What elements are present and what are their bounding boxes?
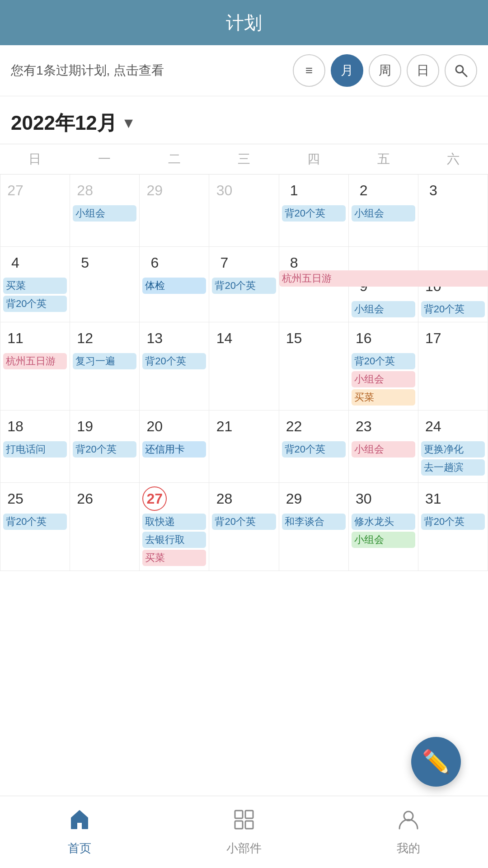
- widgets-icon: [232, 808, 256, 837]
- cal-day-dec3[interactable]: 3: [418, 175, 488, 247]
- nav-home-label: 首页: [68, 840, 91, 856]
- calendar-month-arrow[interactable]: ▼: [122, 115, 136, 132]
- cal-day-dec24[interactable]: 24 更换净化 去一趟滨: [418, 410, 488, 483]
- fab-add-button[interactable]: ✏️: [411, 737, 461, 787]
- calendar-week-2: 4 买菜 背20个英 5 6 体检 7 背20个英 8 杭州五日游 9 小组会 …: [0, 247, 488, 322]
- event-dec16-3[interactable]: 买菜: [352, 389, 415, 406]
- calendar-week-1: 27 28 小组会 29 30 1 背20个英 2 小组会 3: [0, 175, 488, 247]
- cal-day-nov29[interactable]: 29: [140, 175, 209, 247]
- cal-day-dec4[interactable]: 4 买菜 背20个英: [0, 247, 70, 322]
- cal-day-dec6[interactable]: 6 体检: [140, 247, 209, 322]
- cal-day-dec17[interactable]: 17: [418, 322, 488, 410]
- cal-day-dec20[interactable]: 20 还信用卡: [140, 410, 209, 483]
- search-button[interactable]: [445, 54, 477, 87]
- event-dec19-1[interactable]: 背20个英: [73, 441, 136, 458]
- event-dec31-1[interactable]: 背20个英: [421, 514, 485, 530]
- calendar-month-title: 2022年12月: [11, 110, 117, 137]
- cal-day-dec19[interactable]: 19 背20个英: [70, 410, 140, 483]
- nav-profile[interactable]: 我的: [397, 808, 420, 856]
- event-dec9-1[interactable]: 小组会: [352, 301, 415, 317]
- cal-day-dec15[interactable]: 15: [279, 322, 349, 410]
- event-dec22-1[interactable]: 背20个英: [282, 441, 346, 458]
- week-view-button[interactable]: 周: [369, 54, 401, 87]
- cal-day-dec14[interactable]: 14: [209, 322, 279, 410]
- event-dec11-span[interactable]: 杭州五日游: [3, 353, 67, 369]
- cal-day-dec11[interactable]: 11 杭州五日游: [0, 322, 70, 410]
- svg-rect-4: [235, 821, 243, 829]
- event-dec29-1[interactable]: 和李谈合: [282, 514, 346, 530]
- cal-day-dec29[interactable]: 29 和李谈合: [279, 483, 349, 571]
- nav-home[interactable]: 首页: [68, 808, 91, 856]
- event-dec13-1[interactable]: 背20个英: [142, 353, 206, 369]
- cal-day-dec21[interactable]: 21: [209, 410, 279, 483]
- day-view-button[interactable]: 日: [407, 54, 439, 87]
- cal-day-dec1[interactable]: 1 背20个英: [279, 175, 349, 247]
- event-dec30-1[interactable]: 修水龙头: [352, 514, 415, 530]
- cal-day-dec13[interactable]: 13 背20个英: [140, 322, 209, 410]
- svg-rect-2: [235, 811, 243, 818]
- month-view-button[interactable]: 月: [331, 54, 363, 87]
- list-view-button[interactable]: ≡: [293, 54, 325, 87]
- cal-day-dec26[interactable]: 26: [70, 483, 140, 571]
- cal-day-dec16[interactable]: 16 背20个英 小组会 买菜: [349, 322, 418, 410]
- cal-day-dec18[interactable]: 18 打电话问: [0, 410, 70, 483]
- event-dec16-1[interactable]: 背20个英: [352, 353, 415, 369]
- event-dec18-1[interactable]: 打电话问: [3, 441, 67, 458]
- event-dec23-1[interactable]: 小组会: [352, 441, 415, 458]
- calendar-week-4: 18 打电话问 19 背20个英 20 还信用卡 21 22 背20个英 23 …: [0, 410, 488, 483]
- dow-sat: 六: [418, 144, 488, 174]
- event-dec20-1[interactable]: 还信用卡: [142, 441, 206, 458]
- cal-day-dec22[interactable]: 22 背20个英: [279, 410, 349, 483]
- event-dec2-1[interactable]: 小组会: [352, 205, 415, 222]
- dow-mon: 一: [70, 144, 139, 174]
- dow-tue: 二: [140, 144, 209, 174]
- dow-fri: 五: [348, 144, 418, 174]
- event-dec8-span[interactable]: 杭州五日游: [279, 270, 488, 287]
- dow-sun: 日: [0, 144, 70, 174]
- cal-day-nov27[interactable]: 27: [0, 175, 70, 247]
- cal-day-dec23[interactable]: 23 小组会: [349, 410, 418, 483]
- calendar-week-3: 11 杭州五日游 12 复习一遍 13 背20个英 14 15 16 背20个英…: [0, 322, 488, 410]
- nav-profile-label: 我的: [397, 840, 420, 856]
- nav-widgets[interactable]: 小部件: [226, 808, 262, 856]
- cal-day-dec27[interactable]: 27 取快递 去银行取 买菜: [140, 483, 209, 571]
- dow-thu: 四: [279, 144, 348, 174]
- fab-edit-icon: ✏️: [422, 749, 450, 775]
- calendar: 2022年12月 ▼ 日 一 二 三 四 五 六 27 28 小组会 29 30…: [0, 96, 488, 571]
- event-dec16-2[interactable]: 小组会: [352, 371, 415, 387]
- event-dec27-2[interactable]: 去银行取: [142, 532, 206, 548]
- cal-day-dec31[interactable]: 31 背20个英: [418, 483, 488, 571]
- calendar-month-header[interactable]: 2022年12月 ▼: [0, 105, 488, 144]
- cal-day-dec25[interactable]: 25 背20个英: [0, 483, 70, 571]
- calendar-week-5: 25 背20个英 26 27 取快递 去银行取 买菜 28 背20个英 29 和…: [0, 483, 488, 571]
- event-dec12-1[interactable]: 复习一遍: [73, 353, 136, 369]
- toolbar-notice: 您有1条过期计划, 点击查看: [11, 62, 286, 79]
- svg-rect-3: [245, 811, 253, 818]
- cal-day-dec2[interactable]: 2 小组会: [349, 175, 418, 247]
- event-dec4-1[interactable]: 买菜: [3, 278, 67, 294]
- event-dec28-1[interactable]: 背20个英: [212, 514, 276, 530]
- cal-day-dec5[interactable]: 5: [70, 247, 140, 322]
- view-mode-buttons: ≡ 月 周 日: [293, 54, 477, 87]
- event-dec6-1[interactable]: 体检: [142, 278, 206, 294]
- cal-day-dec30[interactable]: 30 修水龙头 小组会: [349, 483, 418, 571]
- event-dec25-1[interactable]: 背20个英: [3, 514, 67, 530]
- cal-day-dec8[interactable]: 8 杭州五日游: [279, 247, 349, 322]
- event-dec4-2[interactable]: 背20个英: [3, 296, 67, 312]
- event-dec24-1[interactable]: 更换净化: [421, 441, 485, 458]
- event-dec27-1[interactable]: 取快递: [142, 514, 206, 530]
- header-title: 计划: [226, 10, 262, 35]
- cal-day-dec28[interactable]: 28 背20个英: [209, 483, 279, 571]
- svg-rect-5: [245, 821, 253, 829]
- cal-day-dec12[interactable]: 12 复习一遍: [70, 322, 140, 410]
- event-dec10-1[interactable]: 背20个英: [421, 301, 485, 317]
- event-dec7-1[interactable]: 背20个英: [212, 278, 276, 294]
- event-dec24-2[interactable]: 去一趟滨: [421, 459, 485, 476]
- cal-day-dec7[interactable]: 7 背20个英: [209, 247, 279, 322]
- event-dec27-3[interactable]: 买菜: [142, 550, 206, 566]
- cal-day-nov30[interactable]: 30: [209, 175, 279, 247]
- event-dec30-2[interactable]: 小组会: [352, 532, 415, 548]
- event-nov28-1[interactable]: 小组会: [73, 205, 136, 222]
- event-dec1-1[interactable]: 背20个英: [282, 205, 346, 222]
- cal-day-nov28[interactable]: 28 小组会: [70, 175, 140, 247]
